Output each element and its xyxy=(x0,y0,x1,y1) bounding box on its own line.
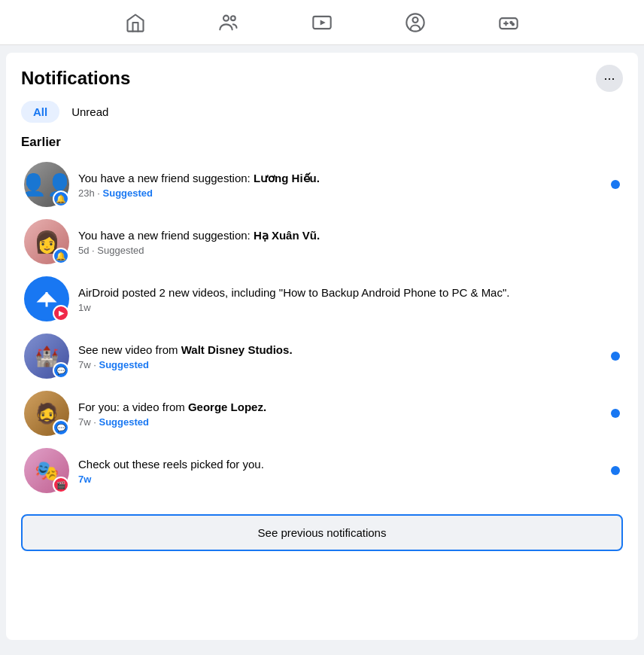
svg-point-1 xyxy=(231,16,235,20)
notification-item[interactable]: ▶ AirDroid posted 2 new videos, includin… xyxy=(21,270,623,328)
notification-meta: 7w xyxy=(78,474,602,485)
notification-main-text: See new video from Walt Disney Studios. xyxy=(78,342,602,358)
svg-point-0 xyxy=(223,15,229,20)
notification-time: 5d xyxy=(78,245,89,256)
notification-time: 1w xyxy=(78,302,91,313)
notification-text: For you: a video from George Lopez. 7w ·… xyxy=(78,399,602,428)
notification-text: AirDroid posted 2 new videos, including … xyxy=(78,285,620,313)
watch-nav-icon[interactable] xyxy=(305,6,339,39)
unread-dot xyxy=(611,352,620,361)
notification-main-text: You have a new friend suggestion: Hạ Xuâ… xyxy=(78,227,620,243)
svg-marker-3 xyxy=(320,20,326,25)
video-badge-icon: ▶ xyxy=(53,305,69,321)
filter-tabs: All Unread xyxy=(21,101,623,123)
notifications-header: Notifications ··· xyxy=(21,65,623,92)
notifications-list: 👤 🔔 You have a new friend suggestion: Lư… xyxy=(21,156,623,499)
notification-time: 23h xyxy=(78,187,95,199)
svg-point-5 xyxy=(413,17,418,23)
unread-dot xyxy=(611,466,620,475)
unread-dot xyxy=(611,180,620,189)
notification-main-text: Check out these reels picked for you. xyxy=(78,456,602,472)
notification-main-text: For you: a video from George Lopez. xyxy=(78,399,602,415)
page-title: Notifications xyxy=(21,68,130,89)
more-options-button[interactable]: ··· xyxy=(596,65,623,92)
avatar-wrapper: ▶ xyxy=(24,276,69,321)
reel-badge-icon: 🎬 xyxy=(53,477,69,493)
profile-nav-icon[interactable] xyxy=(399,6,432,39)
chat-badge-icon: 💬 xyxy=(53,419,69,436)
notification-meta: 23h · Suggested xyxy=(78,187,602,199)
notification-time: 7w xyxy=(78,416,91,428)
notification-tag: Suggested xyxy=(99,416,148,428)
avatar-wrapper: 👩 🔔 xyxy=(24,219,69,264)
notification-meta: 7w · Suggested xyxy=(78,359,602,370)
avatar-wrapper: 🏰 💬 xyxy=(24,334,69,379)
notification-text: You have a new friend suggestion: Hạ Xuâ… xyxy=(78,227,620,256)
notification-meta: 7w · Suggested xyxy=(78,416,602,428)
gaming-nav-icon[interactable] xyxy=(492,6,525,39)
chat-badge-icon: 💬 xyxy=(53,362,69,379)
notification-meta: 1w xyxy=(78,302,620,313)
avatar-wrapper: 🎭 🎬 xyxy=(24,448,69,493)
notification-item[interactable]: 👩 🔔 You have a new friend suggestion: Hạ… xyxy=(21,213,623,270)
home-nav-icon[interactable] xyxy=(119,6,152,39)
tab-unread[interactable]: Unread xyxy=(65,101,114,123)
see-previous-button[interactable]: See previous notifications xyxy=(21,514,623,551)
friends-nav-icon[interactable] xyxy=(212,6,245,39)
notification-item[interactable]: 🎭 🎬 Check out these reels picked for you… xyxy=(21,442,623,499)
notification-tag: Suggested xyxy=(99,359,148,370)
svg-rect-6 xyxy=(500,18,517,29)
top-navigation xyxy=(0,0,644,45)
avatar-wrapper: 🧔 💬 xyxy=(24,391,69,436)
avatar-wrapper: 👤 🔔 xyxy=(24,162,69,207)
notification-meta: 5d · Suggested xyxy=(78,245,620,256)
notification-text: You have a new friend suggestion: Lương … xyxy=(78,170,602,199)
notification-text: Check out these reels picked for you. 7w xyxy=(78,456,602,485)
notification-time: 7w xyxy=(78,359,91,370)
notifications-panel: Notifications ··· All Unread Earlier 👤 🔔… xyxy=(6,53,638,640)
section-earlier-label: Earlier xyxy=(21,135,623,150)
bell-badge-icon: 🔔 xyxy=(53,190,69,207)
bell-badge-icon: 🔔 xyxy=(53,248,69,264)
notification-item[interactable]: 🏰 💬 See new video from Walt Disney Studi… xyxy=(21,328,623,385)
notification-item[interactable]: 🧔 💬 For you: a video from George Lopez. … xyxy=(21,385,623,442)
notification-item[interactable]: 👤 🔔 You have a new friend suggestion: Lư… xyxy=(21,156,623,213)
unread-dot xyxy=(611,409,620,418)
notification-main-text: You have a new friend suggestion: Lương … xyxy=(78,170,602,186)
tab-all[interactable]: All xyxy=(21,101,59,123)
notification-tag: Suggested xyxy=(103,187,153,199)
svg-point-8 xyxy=(512,23,514,25)
notification-tag: Suggested xyxy=(97,245,144,256)
notification-main-text: AirDroid posted 2 new videos, including … xyxy=(78,285,620,300)
notification-text: See new video from Walt Disney Studios. … xyxy=(78,342,602,370)
notification-time: 7w xyxy=(78,474,91,485)
